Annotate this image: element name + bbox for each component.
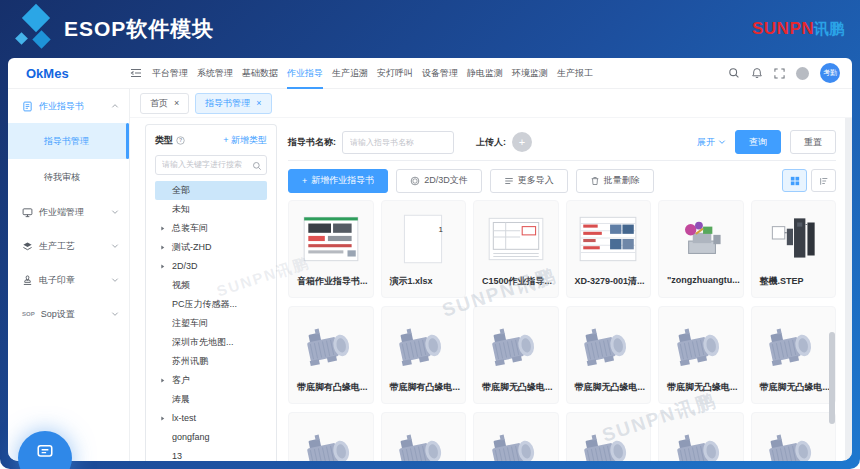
type-list-item[interactable]: 注塑车间 [155,314,267,333]
sidebar-item[interactable]: SOP Sop设置 [8,297,129,331]
chevron-down-icon [718,138,726,146]
batch-delete-button[interactable]: 批量删除 [576,169,654,193]
more-import-button[interactable]: 更多导入 [490,169,568,193]
close-icon[interactable]: × [256,99,261,108]
top-navbar: OkMes 平台管理系统管理基础数据作业指导生产追溯安灯呼叫设备管理静电监测环境… [8,58,852,89]
tab-home[interactable]: 首页 × [140,93,189,114]
sidebar-item[interactable]: 生产工艺 [8,229,129,263]
guide-card[interactable]: 音箱作业指导书... [288,200,374,298]
uploader-label: 上传人: [476,136,506,149]
guide-card[interactable]: 整機.STEP [751,200,837,298]
guide-card[interactable]: "zongzhuangtu... [658,200,744,298]
guide-card[interactable] [658,412,744,461]
list-view-toggle[interactable] [811,169,836,192]
brand-blue-text: 讯鹏 [814,20,844,37]
grid-view-toggle[interactable] [782,169,807,192]
add-type-button[interactable]: + 新增类型 [223,134,267,147]
search-button[interactable]: 查询 [735,130,781,154]
card-thumbnail [567,201,651,273]
top-nav-item[interactable]: 生产追溯 [332,58,368,89]
okmes-logo: OkMes [8,66,130,81]
chat-icon [36,443,54,461]
type-list-item[interactable]: 13 [155,447,267,462]
top-nav-item[interactable]: 安灯呼叫 [377,58,413,89]
top-nav-item[interactable]: 平台管理 [152,58,188,89]
guide-card[interactable]: 带底脚有凸缘电... [288,306,374,404]
close-icon[interactable]: × [174,99,179,108]
2d3d-file-button[interactable]: 2D/3D文件 [396,169,482,193]
sidebar-item[interactable]: 作业指导书 [8,89,129,123]
type-list-item[interactable]: 深圳市先地图... [155,333,267,352]
type-list-item[interactable]: 涛晨 [155,390,267,409]
guide-card[interactable]: XD-3279-001清... [566,200,652,298]
guide-card[interactable]: 带底脚无凸缘电... [658,306,744,404]
guide-card[interactable]: C1500作业指导... [473,200,559,298]
card-title: 带底脚无凸缘电... [567,379,651,394]
banner-title: ESOP软件模块 [64,15,214,43]
menu-fold-icon[interactable] [130,67,142,79]
guide-card[interactable] [473,412,559,461]
type-search-input[interactable] [155,155,267,175]
caret-right-icon [159,219,166,238]
guide-card[interactable]: 带底脚无凸缘电... [473,306,559,404]
top-nav-item[interactable]: 设备管理 [422,58,458,89]
search-icon[interactable] [728,67,740,79]
type-list-item[interactable]: 苏州讯鹏 [155,352,267,371]
type-panel: 类型 ? + 新增类型 全部 未知 总装车间 测试-ZHD [145,124,277,461]
guide-name-input[interactable] [342,131,454,154]
guide-card[interactable] [566,412,652,461]
topbar-icons: 考勤 [728,63,852,83]
type-list-item[interactable]: 2D/3D [155,257,267,276]
guide-card[interactable] [381,412,467,461]
top-nav-item[interactable]: 静电监测 [467,58,503,89]
fullscreen-icon[interactable] [774,68,785,79]
sidebar-subitem[interactable]: 待我审核 [8,159,129,195]
guide-card[interactable] [288,412,374,461]
sidebar-item[interactable]: 电子印章 [8,263,129,297]
sidebar-subitem[interactable]: 指导书管理 [8,123,129,159]
type-list-item[interactable]: 测试-ZHD [155,238,267,257]
stamp-icon [22,275,33,286]
tab-guide-management[interactable]: 指导书管理 × [195,93,271,114]
card-thumbnail [289,201,373,273]
grid-scrollbar-thumb[interactable] [829,332,835,424]
top-nav-item[interactable]: 环境监测 [512,58,548,89]
guide-card[interactable]: 带底脚无凸缘电... [751,306,837,404]
type-list-item[interactable]: gongfang [155,428,267,447]
process-icon [22,241,33,252]
terminal-icon [22,207,33,218]
sidebar-item[interactable]: 作业端管理 [8,195,129,229]
bell-icon[interactable] [751,67,763,79]
chevron-down-icon [111,208,119,216]
type-list-item[interactable]: PC压力传感器... [155,295,267,314]
add-uploader-button[interactable]: + [512,132,532,152]
type-list-item[interactable]: 视频 [155,276,267,295]
theme-dot-icon[interactable] [796,67,809,80]
guide-card[interactable]: 1 演示1.xlsx [381,200,467,298]
card-title: 带底脚有凸缘电... [289,379,373,394]
user-avatar[interactable]: 考勤 [820,63,840,83]
card-thumbnail [567,413,651,461]
top-nav-item[interactable]: 基础数据 [242,58,278,89]
top-nav-item[interactable]: 生产报工 [557,58,593,89]
page-number: 1 [439,225,443,234]
expand-filters-link[interactable]: 展开 [697,136,726,149]
guide-card[interactable]: 带底脚有凸缘电... [381,306,467,404]
guide-card[interactable]: 带底脚无凸缘电... [566,306,652,404]
type-list-item[interactable]: 全部 [155,181,267,200]
top-nav-item[interactable]: 系统管理 [197,58,233,89]
page-scrollbar[interactable] [845,118,852,461]
add-guide-button[interactable]: + 新增作业指导书 [288,169,388,193]
reset-button[interactable]: 重置 [790,130,836,154]
type-list-item[interactable]: lx-test [155,409,267,428]
type-list-item[interactable]: 总装车间 [155,219,267,238]
type-list-item[interactable]: 未知 [155,200,267,219]
type-list-item[interactable]: 客户 [155,371,267,390]
guide-card[interactable] [751,412,837,461]
app-window: OkMes 平台管理系统管理基础数据作业指导生产追溯安灯呼叫设备管理静电监测环境… [8,58,852,461]
card-title: 整機.STEP [752,273,836,288]
question-circle-icon[interactable]: ? [176,136,185,145]
search-icon[interactable] [252,157,262,175]
card-thumbnail [752,201,836,273]
top-nav-item[interactable]: 作业指导 [287,58,323,89]
